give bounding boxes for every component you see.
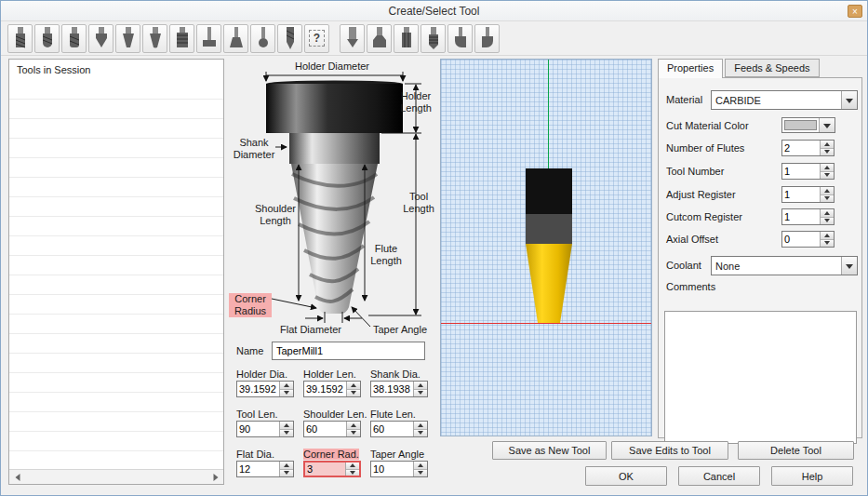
corner-rounding-left-icon[interactable]: [447, 24, 473, 53]
chevron-down-icon[interactable]: [841, 91, 857, 109]
cutcom-register-input[interactable]: [782, 209, 820, 224]
tool-number-down-icon[interactable]: [821, 171, 834, 180]
tool-list-row: [9, 315, 223, 334]
tool-number-up-icon[interactable]: [821, 164, 834, 171]
drill-icon[interactable]: [277, 24, 302, 53]
scroll-right-icon[interactable]: [207, 470, 223, 484]
tool-name-input[interactable]: [272, 342, 425, 360]
taper-angle-input[interactable]: [371, 462, 413, 476]
chevron-down-icon[interactable]: [819, 118, 835, 132]
tab-properties[interactable]: Properties: [658, 59, 723, 78]
spot-drill-icon[interactable]: [340, 24, 365, 53]
flutes-down-icon[interactable]: [821, 148, 834, 156]
delete-tool-button[interactable]: Delete Tool: [738, 441, 854, 460]
scroll-left-icon[interactable]: [9, 470, 25, 484]
tool-number-input[interactable]: [782, 164, 820, 179]
coolant-select[interactable]: None: [711, 256, 858, 275]
shank-dia-down-icon[interactable]: [414, 389, 427, 397]
flute-len-down-icon[interactable]: [414, 429, 427, 437]
t-slot-cutter-icon[interactable]: [196, 24, 221, 53]
number-of-flutes-label: Number of Flutes: [666, 142, 744, 154]
adjust-register-down-icon[interactable]: [821, 194, 834, 203]
lollipop-cutter-icon[interactable]: [250, 24, 275, 53]
holder-len-up-icon[interactable]: [347, 382, 360, 389]
tab-feeds-speeds[interactable]: Feeds & Speeds: [725, 59, 819, 77]
holder-dia-up-icon[interactable]: [280, 382, 293, 389]
corner-radius-label: Corner Radius: [229, 293, 272, 317]
ball-end-mill-icon[interactable]: [34, 24, 60, 53]
flat-end-mill-icon[interactable]: [7, 24, 33, 53]
axial-offset-input[interactable]: [782, 232, 820, 247]
chamfer-mill-icon[interactable]: [367, 24, 392, 53]
flat-dia-up-icon[interactable]: [280, 462, 293, 469]
comments-textarea[interactable]: [664, 311, 857, 444]
flute-len-spinner: [370, 421, 428, 437]
reamer-icon[interactable]: [394, 24, 419, 53]
corner-rad-input[interactable]: [305, 462, 345, 476]
green-axis-line: [548, 60, 549, 169]
tool-len-down-icon[interactable]: [280, 429, 293, 437]
tool-len-label: Tool Len.: [236, 409, 278, 420]
flute-len-up-icon[interactable]: [414, 422, 427, 429]
adjust-register-spinner: [781, 186, 835, 203]
cutcom-register-label: Cutcom Register: [666, 211, 742, 222]
flat-dia-label: Flat Dia.: [236, 449, 274, 460]
dialog-title: Create/Select Tool: [389, 5, 480, 18]
holder-len-input[interactable]: [304, 382, 346, 396]
taper-angle-down-icon[interactable]: [414, 469, 427, 477]
tool-len-input[interactable]: [237, 422, 279, 436]
holder-dia-input[interactable]: [237, 382, 279, 396]
material-select[interactable]: CARBIDE: [711, 90, 858, 110]
tap-icon[interactable]: [421, 24, 446, 53]
cutcom-register-down-icon[interactable]: [821, 217, 834, 225]
holder-len-down-icon[interactable]: [347, 389, 360, 397]
adjust-register-up-icon[interactable]: [821, 187, 834, 194]
shoulder-len-up-icon[interactable]: [347, 422, 360, 429]
tool-list-row: [9, 80, 223, 100]
v-bit-icon[interactable]: [88, 24, 114, 53]
shank-dia-input[interactable]: [371, 382, 413, 396]
tool-list-row: [9, 373, 223, 393]
bull-nose-mill-icon[interactable]: [61, 24, 87, 53]
axial-offset-up-icon[interactable]: [821, 232, 834, 239]
tools-in-session-list[interactable]: [9, 80, 223, 469]
create-select-tool-dialog: Create/Select Tool × ? Tools in Session: [0, 0, 868, 496]
custom-tool-icon[interactable]: ?: [304, 24, 329, 53]
cancel-button[interactable]: Cancel: [678, 466, 760, 486]
adjust-register-input[interactable]: [782, 187, 820, 202]
taper-angle-up-icon[interactable]: [414, 462, 427, 469]
tool-list-row: [9, 119, 223, 139]
preview-holder: [526, 168, 572, 214]
chevron-down-icon[interactable]: [841, 257, 857, 275]
thread-mill-icon[interactable]: [169, 24, 194, 53]
help-button[interactable]: Help: [771, 466, 853, 486]
save-edits-to-tool-button[interactable]: Save Edits to Tool: [611, 441, 728, 460]
taper-flat-mill-icon[interactable]: [115, 24, 140, 53]
holder-dia-label: Holder Dia.: [236, 369, 287, 380]
flute-len-input[interactable]: [371, 422, 413, 436]
close-button[interactable]: ×: [848, 5, 862, 18]
shank-dia-up-icon[interactable]: [414, 382, 427, 389]
dovetail-cutter-icon[interactable]: [223, 24, 248, 53]
axial-offset-down-icon[interactable]: [821, 239, 834, 248]
tool-preview-viewport[interactable]: [440, 59, 652, 436]
ok-button[interactable]: OK: [585, 466, 667, 486]
corner-rad-down-icon[interactable]: [346, 469, 359, 476]
tool-list-row: [9, 432, 223, 451]
flat-dia-down-icon[interactable]: [280, 469, 293, 477]
coolant-label: Coolant: [666, 260, 701, 271]
cut-material-color-select[interactable]: [781, 117, 835, 133]
tool-len-up-icon[interactable]: [280, 422, 293, 429]
save-as-new-tool-button[interactable]: Save as New Tool: [492, 441, 607, 460]
number-of-flutes-input[interactable]: [782, 141, 820, 155]
holder-dia-down-icon[interactable]: [280, 389, 293, 397]
flutes-up-icon[interactable]: [821, 141, 834, 148]
cutcom-register-up-icon[interactable]: [821, 209, 834, 217]
shoulder-len-down-icon[interactable]: [347, 429, 360, 437]
horizontal-scrollbar[interactable]: [9, 469, 223, 484]
tool-list-row: [9, 217, 223, 236]
shoulder-len-input[interactable]: [304, 422, 346, 436]
corner-rounding-right-icon[interactable]: [474, 24, 500, 53]
flat-dia-input[interactable]: [237, 462, 279, 476]
taper-ball-mill-icon[interactable]: [142, 24, 167, 53]
